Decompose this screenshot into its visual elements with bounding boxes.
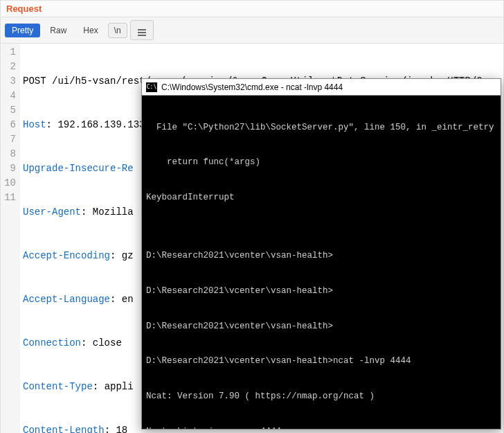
cmd-window-title: C:\Windows\System32\cmd.exe - ncat -lnvp… xyxy=(161,82,343,92)
cmd-line: return func(*args) xyxy=(146,157,496,168)
cmd-line: KeyboardInterrupt xyxy=(146,192,496,204)
cmd-line: Ncat: Listening on :::4444 xyxy=(146,426,496,430)
line-number: 5 xyxy=(2,103,16,118)
panel-header: Request xyxy=(1,1,503,17)
line-number: 9 xyxy=(2,161,16,176)
line-number: 1 xyxy=(2,45,16,60)
tab-hex[interactable]: Hex xyxy=(76,24,105,37)
cmd-line: D:\Research2021\vcenter\vsan-health> xyxy=(146,321,496,333)
toolbar: Pretty Raw Hex \n xyxy=(1,17,503,44)
tab-raw[interactable]: Raw xyxy=(43,24,73,37)
panel-title: Request xyxy=(6,3,42,14)
line-number: 10 xyxy=(2,176,16,191)
cmd-line: Ncat: Version 7.90 ( https://nmap.org/nc… xyxy=(146,391,496,403)
line-gutter: 1 2 3 4 5 6 7 8 9 10 11 xyxy=(1,44,20,433)
newline-button[interactable]: \n xyxy=(108,23,127,38)
cmd-line: File "C:\Python27\lib\SocketServer.py", … xyxy=(146,122,496,134)
line-number: 4 xyxy=(2,89,16,103)
cmd-window[interactable]: C:\ C:\Windows\System32\cmd.exe - ncat -… xyxy=(141,78,501,430)
tab-pretty[interactable]: Pretty xyxy=(5,24,40,37)
line-number: 2 xyxy=(2,60,16,74)
line-number: 6 xyxy=(2,118,16,132)
cmd-line: D:\Research2021\vcenter\vsan-health>ncat… xyxy=(146,355,496,367)
cmd-output[interactable]: File "C:\Python27\lib\SocketServer.py", … xyxy=(142,96,501,429)
hamburger-icon xyxy=(136,28,147,37)
line-number: 3 xyxy=(2,74,16,89)
cmd-icon: C:\ xyxy=(146,82,157,92)
line-number: 8 xyxy=(2,147,16,161)
cmd-titlebar[interactable]: C:\ C:\Windows\System32\cmd.exe - ncat -… xyxy=(142,79,501,96)
menu-button[interactable] xyxy=(130,20,154,40)
cmd-line: D:\Research2021\vcenter\vsan-health> xyxy=(146,250,496,262)
line-number: 11 xyxy=(2,191,16,205)
line-number: 7 xyxy=(2,132,16,147)
cmd-line: D:\Research2021\vcenter\vsan-health> xyxy=(146,285,496,297)
